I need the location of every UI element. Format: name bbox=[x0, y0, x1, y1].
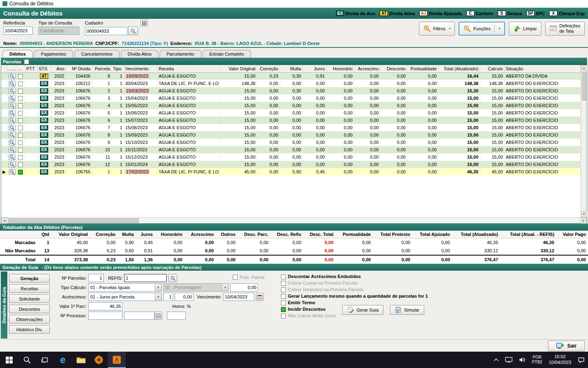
row-checkbox[interactable] bbox=[18, 140, 23, 145]
table-row[interactable]: EX20231066762115/03/2023AGUA E ESGOTO15,… bbox=[1, 87, 581, 94]
column-header[interactable]: Tipo bbox=[111, 65, 124, 72]
table-row[interactable]: EX20231066766115/07/2023AGUA E ESGOTO15,… bbox=[1, 117, 581, 124]
cadastro-options-button[interactable] bbox=[140, 20, 148, 26]
tab-2[interactable]: Cancelamentos bbox=[74, 50, 119, 58]
horizontal-scrollbar[interactable]: ◄ ► bbox=[1, 217, 587, 223]
cadastro-input[interactable] bbox=[85, 27, 127, 35]
row-checkbox[interactable] bbox=[18, 148, 23, 153]
simular-button[interactable]: Simular bbox=[390, 305, 424, 315]
row-detail-button[interactable] bbox=[9, 88, 16, 94]
guia-side-button-0[interactable]: Geração bbox=[9, 274, 50, 283]
table-row[interactable]: EX20231066767115/08/2023AGUA E ESGOTO15,… bbox=[1, 124, 581, 131]
tab-5[interactable]: Extrato Completo bbox=[203, 50, 251, 58]
row-checkbox[interactable] bbox=[18, 155, 23, 160]
language-indicator[interactable]: POR PTB2 bbox=[529, 352, 546, 368]
file-explorer-button[interactable] bbox=[72, 352, 90, 368]
column-header[interactable]: Multa bbox=[280, 65, 303, 72]
vertical-scroll-thumb[interactable] bbox=[582, 72, 586, 101]
row-detail-button[interactable] bbox=[9, 110, 16, 116]
tab-3[interactable]: Dívida Ativa bbox=[121, 50, 158, 58]
volume-icon-button[interactable] bbox=[516, 352, 529, 368]
vertical-scrollbar[interactable]: ▲ ▼ bbox=[581, 65, 587, 217]
porcentagem-amount-input[interactable] bbox=[230, 283, 258, 292]
guia-side-button-3[interactable]: Descontos bbox=[9, 305, 50, 313]
column-header[interactable]: STS bbox=[37, 65, 51, 72]
funcoes-button[interactable]: Funções ▾ bbox=[459, 22, 505, 36]
app-icon-2-button[interactable] bbox=[108, 352, 126, 368]
column-header[interactable]: Juros bbox=[303, 65, 326, 72]
definicoes-tela-button[interactable]: Definições de Tela bbox=[545, 22, 585, 36]
table-row[interactable]: AT20221044268119/09/2022AGUA E ESGOTO15,… bbox=[1, 72, 581, 80]
table-row[interactable]: ▶EX20231067551117/02/2023TAXA DE LIC. P/… bbox=[1, 168, 581, 175]
row-checkbox[interactable] bbox=[18, 126, 23, 130]
column-header[interactable]: Valor Original bbox=[219, 65, 257, 72]
table-row[interactable]: EX20231066769115/10/2023AGUA E ESGOTO15,… bbox=[1, 139, 581, 146]
row-checkbox[interactable] bbox=[18, 89, 23, 94]
column-header[interactable]: Ano bbox=[51, 65, 66, 72]
column-header[interactable]: Acrescimo bbox=[354, 65, 380, 72]
tray-chevron-button[interactable] bbox=[490, 352, 502, 368]
column-header[interactable]: Nº Divida bbox=[66, 65, 92, 72]
refis-search-button[interactable] bbox=[168, 274, 177, 282]
vencimento-input[interactable] bbox=[223, 293, 254, 301]
guia-side-button-4[interactable]: Observações bbox=[9, 315, 50, 323]
row-checkbox[interactable] bbox=[18, 133, 23, 138]
horizontal-scroll-thumb[interactable] bbox=[8, 218, 139, 223]
scroll-left-button[interactable]: ◄ bbox=[1, 218, 7, 224]
acrescimos-qty-input[interactable] bbox=[163, 293, 173, 301]
action-center-button[interactable] bbox=[575, 352, 588, 368]
column-header[interactable]: Situação bbox=[504, 65, 581, 72]
refis-input[interactable] bbox=[124, 274, 167, 282]
column-header[interactable]: ...... bbox=[7, 65, 16, 72]
valor-parc-input[interactable] bbox=[88, 302, 122, 310]
processo-picker-button[interactable] bbox=[155, 312, 162, 320]
row-detail-button[interactable] bbox=[9, 147, 16, 153]
scroll-right-button[interactable]: ► bbox=[581, 218, 587, 224]
table-row[interactable]: EX202310667612115/01/2024AGUA E ESGOTO15… bbox=[1, 161, 581, 168]
tab-4[interactable]: Parcelamento bbox=[160, 50, 201, 58]
row-checkbox[interactable] bbox=[18, 111, 23, 116]
guia-checkbox-3[interactable]: Gerar Lançamento mesmo quando a quantida… bbox=[281, 294, 428, 299]
column-header[interactable]: PTT bbox=[25, 65, 37, 72]
tab-0[interactable]: Débitos bbox=[2, 50, 33, 58]
row-checkbox[interactable] bbox=[18, 103, 23, 108]
column-header[interactable]: Receita bbox=[157, 65, 219, 72]
clock[interactable]: 16:52 10/04/2023 bbox=[546, 352, 575, 368]
network-icon-button[interactable] bbox=[502, 352, 516, 368]
app-icon-1-button[interactable] bbox=[90, 352, 108, 368]
column-header[interactable]: Vencimento bbox=[124, 65, 157, 72]
tipo-calculo-select[interactable]: 01 - Parcelas Iguais ▾ bbox=[88, 283, 162, 292]
table-row[interactable]: EX20231066763115/04/2023AGUA E ESGOTO15,… bbox=[1, 94, 581, 102]
column-header[interactable]: Parcela bbox=[92, 65, 111, 72]
row-detail-button[interactable] bbox=[9, 73, 16, 79]
processo-input[interactable] bbox=[88, 312, 122, 320]
column-header[interactable]: ... bbox=[16, 65, 25, 72]
guia-checkbox-0[interactable]: Descontar Acréscimos Embutidos bbox=[281, 274, 428, 279]
row-checkbox[interactable] bbox=[18, 96, 23, 101]
acrescimos-amount-input[interactable] bbox=[175, 293, 194, 301]
table-row[interactable]: EX20231066768115/09/2023AGUA E ESGOTO15,… bbox=[1, 131, 581, 139]
row-detail-button[interactable] bbox=[9, 125, 16, 131]
scroll-down-button[interactable]: ▼ bbox=[581, 211, 587, 217]
vencimento-calendar-button[interactable] bbox=[256, 293, 263, 301]
guia-side-button-2[interactable]: Solicitante bbox=[9, 294, 50, 303]
parcelas-select-all-checkbox[interactable] bbox=[24, 59, 29, 64]
gerar-guia-button[interactable]: Gerar Guia bbox=[342, 305, 383, 315]
n-parcelas-input[interactable] bbox=[88, 274, 104, 282]
honor-input[interactable] bbox=[167, 312, 186, 320]
row-checkbox[interactable] bbox=[18, 74, 23, 79]
row-detail-button[interactable] bbox=[9, 81, 16, 87]
guia-side-button-5[interactable]: Histórico Div. bbox=[9, 325, 50, 334]
row-detail-button[interactable] bbox=[9, 162, 16, 168]
cadastro-search-button[interactable] bbox=[128, 27, 138, 35]
table-row[interactable]: EX20231052121130/04/2023TAXA DE LIC. P/ … bbox=[1, 80, 581, 87]
column-header[interactable]: Calculo bbox=[480, 65, 504, 72]
scroll-up-button[interactable]: ▲ bbox=[581, 65, 587, 71]
tab-1[interactable]: Pagamentos bbox=[34, 50, 73, 58]
sair-button[interactable]: Sair bbox=[548, 341, 585, 351]
edge-browser-button[interactable]: e bbox=[54, 352, 72, 368]
referencia-input[interactable] bbox=[3, 27, 33, 35]
row-detail-button[interactable] bbox=[9, 132, 16, 138]
filtros-button[interactable]: Filtros ▾ bbox=[419, 22, 455, 36]
row-detail-button[interactable] bbox=[9, 154, 16, 160]
